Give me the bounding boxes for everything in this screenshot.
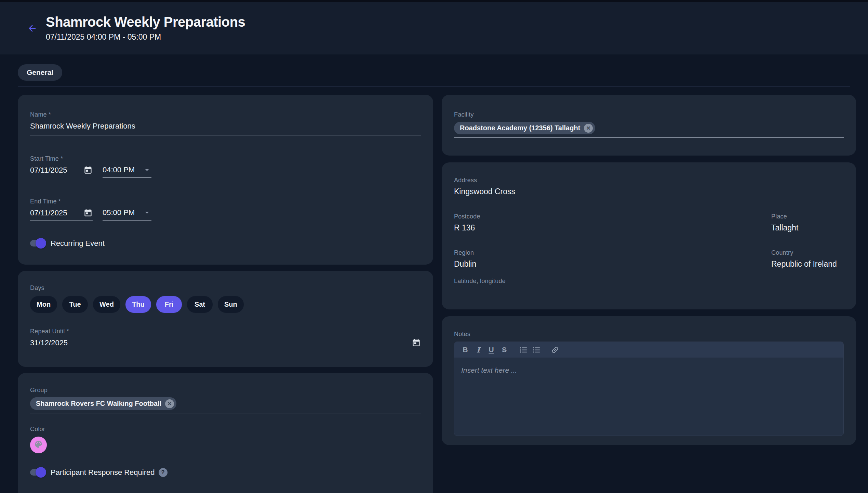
link-icon xyxy=(549,344,561,356)
unordered-list-button[interactable] xyxy=(530,344,543,356)
palette-icon xyxy=(34,440,43,450)
italic-button[interactable]: I xyxy=(472,344,484,356)
end-time-field: 05:00 PM xyxy=(103,198,151,221)
end-time-select[interactable]: 05:00 PM xyxy=(103,208,135,217)
back-button[interactable] xyxy=(25,22,39,36)
underline-icon: U xyxy=(489,346,494,354)
start-time-row: Start Time * 07/11/2025 04:00 PM xyxy=(30,155,421,178)
participant-response-toggle[interactable] xyxy=(30,467,46,478)
page-title: Shamrock Weekly Preparations xyxy=(46,14,245,30)
region-field-group: Region Dublin xyxy=(454,249,771,269)
event-edit-screen: Shamrock Weekly Preparations 07/11/2025 … xyxy=(0,0,868,493)
place-value: Tallaght xyxy=(771,223,844,232)
header-text: Shamrock Weekly Preparations 07/11/2025 … xyxy=(46,14,245,42)
recurring-event-label: Recurring Event xyxy=(51,239,105,248)
right-column: Facility Roadstone Academy (12356) Talla… xyxy=(442,95,856,445)
facility-card: Facility Roadstone Academy (12356) Talla… xyxy=(442,95,856,156)
start-date-field: Start Time * 07/11/2025 xyxy=(30,155,93,178)
day-pill-wed[interactable]: Wed xyxy=(93,296,120,313)
day-pill-tue[interactable]: Tue xyxy=(62,296,88,313)
group-field-group: Group Shamrock Rovers FC Walking Footbal… xyxy=(30,387,421,413)
latlong-field-group: Latitude, longitude xyxy=(454,278,844,285)
notes-input[interactable]: Insert text here ... xyxy=(454,358,843,436)
group-label: Group xyxy=(30,387,421,394)
postcode-field-group: Postcode R 136 xyxy=(454,213,771,232)
content: Name * Shamrock Weekly Preparations Star… xyxy=(0,87,868,493)
strikethrough-icon: S xyxy=(502,346,507,354)
end-time-row: End Time * 07/11/2025 05:00 PM xyxy=(30,198,421,221)
arrow-left-icon xyxy=(27,23,37,35)
calendar-icon[interactable] xyxy=(83,165,93,175)
end-time-label: End Time * xyxy=(30,198,93,205)
ordered-list-icon xyxy=(519,346,528,354)
notes-card: Notes BIUS Insert text here ... xyxy=(442,316,856,445)
facility-chip[interactable]: Roadstone Academy (12356) Tallaght ✕ xyxy=(454,122,595,134)
country-field-group: Country Republic of Ireland xyxy=(771,249,844,269)
days-label: Days xyxy=(30,284,421,292)
country-label: Country xyxy=(771,249,844,256)
name-field-group: Name * Shamrock Weekly Preparations xyxy=(30,95,421,135)
start-date-input[interactable]: 07/11/2025 xyxy=(30,166,67,175)
notes-editor: BIUS Insert text here ... xyxy=(454,342,844,436)
chevron-down-icon[interactable] xyxy=(143,208,151,217)
facility-select-field[interactable]: Roadstone Academy (12356) Tallaght ✕ xyxy=(454,122,844,138)
unordered-list-icon xyxy=(532,346,541,354)
name-input[interactable]: Shamrock Weekly Preparations xyxy=(30,122,421,135)
help-icon[interactable]: ? xyxy=(159,468,168,477)
participant-response-row: Participant Response Required ? xyxy=(30,467,421,478)
place-label: Place xyxy=(771,213,844,220)
day-pill-sat[interactable]: Sat xyxy=(187,296,213,313)
latlong-label: Latitude, longitude xyxy=(454,278,844,285)
day-pill-fri[interactable]: Fri xyxy=(156,296,182,313)
calendar-icon[interactable] xyxy=(83,208,93,217)
region-label: Region xyxy=(454,249,771,256)
recurrence-card: Days MonTueWedThuFriSatSun Repeat Until … xyxy=(18,271,433,367)
strikethrough-button[interactable]: S xyxy=(498,344,510,356)
color-label: Color xyxy=(30,426,421,433)
region-value: Dublin xyxy=(454,259,771,269)
postcode-label: Postcode xyxy=(454,213,771,220)
recurring-event-row: Recurring Event xyxy=(30,238,421,265)
event-details-card: Name * Shamrock Weekly Preparations Star… xyxy=(18,95,433,265)
facility-label: Facility xyxy=(454,111,844,118)
group-select-field[interactable]: Shamrock Rovers FC Walking Football ✕ xyxy=(30,397,421,413)
calendar-icon[interactable] xyxy=(412,338,421,347)
tab-general[interactable]: General xyxy=(18,64,62,81)
repeat-until-label: Repeat Until * xyxy=(30,328,421,335)
bold-icon: B xyxy=(463,346,468,354)
remove-facility-button[interactable]: ✕ xyxy=(584,124,593,133)
address-label: Address xyxy=(454,177,844,184)
start-time-label: Start Time * xyxy=(30,155,93,162)
tabs-row: General xyxy=(0,54,868,81)
page-header: Shamrock Weekly Preparations 07/11/2025 … xyxy=(0,2,868,54)
name-label: Name * xyxy=(30,111,421,118)
bold-button[interactable]: B xyxy=(459,344,471,356)
place-field-group: Place Tallaght xyxy=(771,213,844,232)
day-pill-sun[interactable]: Sun xyxy=(218,296,244,313)
participant-response-label: Participant Response Required xyxy=(51,468,155,477)
repeat-until-input[interactable]: 31/12/2025 xyxy=(30,338,68,347)
group-chip-label: Shamrock Rovers FC Walking Football xyxy=(36,400,161,408)
day-pill-thu[interactable]: Thu xyxy=(125,296,151,313)
recurring-event-toggle[interactable] xyxy=(30,238,46,249)
underline-button[interactable]: U xyxy=(485,344,497,356)
group-chip[interactable]: Shamrock Rovers FC Walking Football ✕ xyxy=(30,397,176,410)
start-time-field: 04:00 PM xyxy=(103,155,151,178)
country-value: Republic of Ireland xyxy=(771,259,844,269)
link-button[interactable] xyxy=(549,344,561,356)
end-date-input[interactable]: 07/11/2025 xyxy=(30,209,67,217)
italic-icon: I xyxy=(477,346,480,354)
start-time-select[interactable]: 04:00 PM xyxy=(103,165,135,174)
ordered-list-button[interactable] xyxy=(517,344,530,356)
day-pill-mon[interactable]: Mon xyxy=(30,296,57,313)
remove-group-button[interactable]: ✕ xyxy=(165,399,174,408)
color-swatch-button[interactable] xyxy=(30,437,47,453)
notes-label: Notes xyxy=(454,331,844,338)
postcode-value: R 136 xyxy=(454,223,771,232)
left-column: Name * Shamrock Weekly Preparations Star… xyxy=(18,95,433,493)
page-subtitle: 07/11/2025 04:00 PM - 05:00 PM xyxy=(46,32,245,42)
day-pills: MonTueWedThuFriSatSun xyxy=(30,296,421,313)
group-card: Group Shamrock Rovers FC Walking Footbal… xyxy=(18,373,433,493)
notes-toolbar: BIUS xyxy=(454,342,843,358)
chevron-down-icon[interactable] xyxy=(143,165,151,174)
